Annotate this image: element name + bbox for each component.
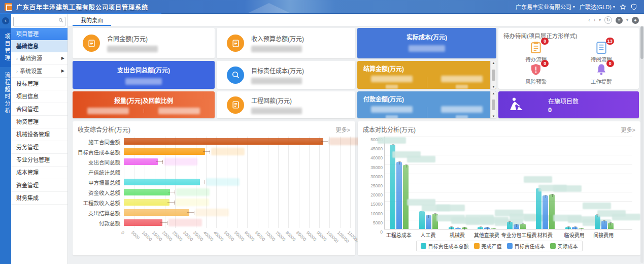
user-menu[interactable]: 广联达(GLD) ▾ <box>580 3 615 11</box>
sidebar-item[interactable]: 基础信息 <box>11 40 67 52</box>
x-tick-label: 25000 <box>172 230 184 242</box>
chevron-right-icon[interactable]: › <box>594 18 595 23</box>
tab-my-desktop[interactable]: 我的桌面 <box>73 14 111 26</box>
card-title: 合同金额(万元) <box>107 34 158 43</box>
kpi-card-payment-amount[interactable]: 付款金额(万元)▲▼ <box>357 91 496 118</box>
shield-icon[interactable] <box>631 4 637 10</box>
chart-title: 成本对比分析(万元) <box>363 125 416 134</box>
bar-segment <box>124 219 162 226</box>
x-tick-label: 15000 <box>151 230 163 242</box>
kpi-card-target-duty-cost[interactable]: 目标责任成本(万元) <box>217 61 355 89</box>
value-label-blurred <box>583 203 611 209</box>
card-value-blurred <box>251 78 302 84</box>
sidebar-item[interactable]: 项目管理 <box>11 28 67 40</box>
legend-item[interactable]: 目标责任成本 <box>507 242 545 250</box>
category-label: 资金收入总额 <box>78 189 124 196</box>
sidebar-item[interactable]: 财务集成 <box>11 192 67 205</box>
sidebar-item[interactable]: ›系统设置▶ <box>11 65 67 78</box>
kpi-card-project-payback[interactable]: 工程回款(万元) <box>217 91 355 118</box>
document-icon <box>227 35 244 52</box>
card-title: 工程回款(万元) <box>251 96 302 105</box>
hbar-row: 资金收入总额 <box>78 187 350 197</box>
kpi-card-active-project-count[interactable]: 在施项目数0 <box>498 91 639 118</box>
tab-bar: 我的桌面 ‹ › ▾ ↻ ≡ ▾ ● <box>67 14 644 26</box>
scrollbar[interactable] <box>640 26 643 263</box>
more-link[interactable]: 更多> <box>336 125 350 134</box>
category-label: 甲方报量总额 <box>78 179 124 186</box>
search-icon <box>58 18 63 24</box>
card-title: 在施项目数 <box>548 96 579 105</box>
value-label-blurred <box>195 209 229 216</box>
x-tick-label: 60000 <box>244 230 256 242</box>
header-watermark <box>248 3 290 13</box>
category-label: 临设费用 <box>560 231 589 239</box>
x-tick-label: 65000 <box>254 230 266 242</box>
more-link[interactable]: 更多> <box>621 125 635 134</box>
caret-down-icon[interactable]: ▾ <box>626 18 628 22</box>
kpi-card-actual-cost[interactable]: 实际成本(万元) <box>357 28 496 58</box>
category-label: 产值统计总额 <box>78 169 124 176</box>
sidebar-item[interactable]: 投标管理 <box>11 78 67 90</box>
favorite-star-icon[interactable] <box>620 4 626 10</box>
bar-segment <box>491 228 496 229</box>
sidebar-search-input[interactable] <box>13 17 65 26</box>
todo-item-clipboard[interactable]: 0待办流程 <box>503 41 569 63</box>
sidebar-item[interactable]: 资金管理 <box>11 179 67 192</box>
module-tab-active[interactable]: 项目管理 <box>0 28 11 67</box>
collapse-sidebar-button[interactable]: ‹ <box>2 17 9 24</box>
todo-item-bell[interactable]: 0工作提醒 <box>569 63 634 85</box>
todo-item-shield-alert[interactable]: 0风险预警 <box>503 63 569 85</box>
caret-down-icon[interactable]: ▾ <box>599 18 601 22</box>
sidebar-item[interactable]: 合同管理 <box>11 103 67 116</box>
sidebar-item[interactable]: 劳务管理 <box>11 141 67 154</box>
sidebar-item[interactable]: 机械设备管理 <box>11 128 67 141</box>
refresh-icon[interactable]: ↻ <box>604 16 612 24</box>
sidebar-item[interactable]: 专业分包管理 <box>11 154 67 167</box>
sidebar-item[interactable]: ›基础资源▶ <box>11 52 67 65</box>
kpi-card-expense-contract-total[interactable]: 支出合同总额(万元) <box>73 61 215 89</box>
hbar-row: 施工合同金额 <box>78 137 350 147</box>
kpi-card-income-budget-total[interactable]: 收入预算总额(万元) <box>217 28 355 58</box>
card-carousel-scrollbar[interactable]: ▲▼ <box>490 61 496 89</box>
card-carousel-scrollbar[interactable]: ▲▼ <box>490 91 496 118</box>
todo-item-label: 工作提醒 <box>591 78 612 85</box>
category-label: 目标责任成本总额 <box>78 148 124 156</box>
sidebar-item[interactable]: 项目信息 <box>11 90 67 103</box>
value-label-blurred <box>211 148 245 155</box>
todo-item-document-lines[interactable]: 13待阅流程 <box>569 41 634 63</box>
y-tick-label: 45000 <box>370 146 385 151</box>
value-label-blurred <box>168 219 202 226</box>
x-tick-label: 0 <box>120 230 125 235</box>
settings-icon[interactable]: ≡ <box>616 17 623 24</box>
x-tick-label: 80000 <box>285 230 297 242</box>
bar-segment <box>403 165 409 229</box>
x-tick-label: 75000 <box>275 230 287 242</box>
module-tab-item[interactable]: 流程超时分析 <box>0 67 11 120</box>
card-value: 0 <box>548 106 579 114</box>
sidebar-item[interactable]: 成本管理 <box>11 167 67 179</box>
card-title: 支出合同总额(万元) <box>73 65 215 74</box>
legend-item[interactable]: 完成产值 <box>474 242 502 250</box>
bar-segment <box>601 221 607 229</box>
org-switcher[interactable]: 广东易丰实业有限公司 ▾ <box>516 3 575 11</box>
expand-chevron-icon: › <box>16 69 18 74</box>
x-tick-label: 95000 <box>316 230 328 242</box>
kpi-card-settlement-amount[interactable]: 结算金额(万元)▲▼ <box>357 61 496 89</box>
document-icon <box>83 35 100 52</box>
more-options-icon[interactable]: ● <box>632 17 639 24</box>
bar-segment <box>543 195 548 229</box>
chevron-left-icon[interactable]: ‹ <box>588 18 590 23</box>
todo-panel: 待办待阅(项目层正方形样式) 0待办流程13待阅流程0风险预警0工作提醒 <box>498 28 639 89</box>
expand-chevron-icon: › <box>16 56 18 61</box>
header-accent-line <box>0 13 161 14</box>
todo-item-label: 风险预警 <box>525 78 547 85</box>
kpi-card-contract-amount[interactable]: 合同金额(万元) <box>73 28 215 58</box>
x-tick-label: 10000 <box>141 230 153 242</box>
category-label: 其他直接费 <box>472 231 501 239</box>
bar-segment <box>124 138 323 145</box>
legend-item[interactable]: 目标责任成本总额 <box>421 242 469 250</box>
kpi-card-report-quantity-ratio[interactable]: 报量(万元)及回款比例 <box>73 91 215 118</box>
sidebar: 项目管理基础信息›基础资源▶›系统设置▶投标管理项目信息合同管理物资管理机械设备… <box>11 14 68 264</box>
sidebar-item[interactable]: 物资管理 <box>11 116 67 128</box>
legend-item[interactable]: 实际成本 <box>550 242 578 250</box>
